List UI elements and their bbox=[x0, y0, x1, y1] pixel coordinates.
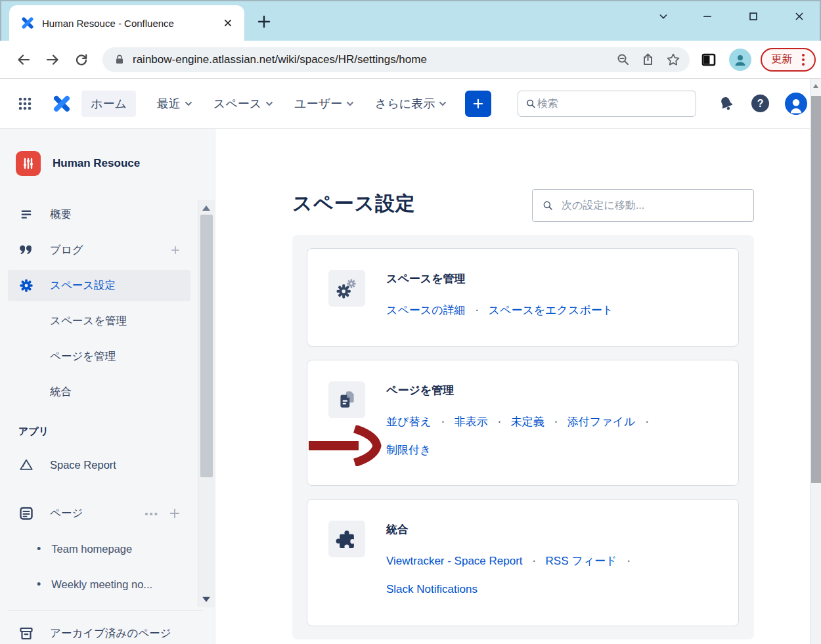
settings-link[interactable]: 並び替え bbox=[386, 416, 432, 428]
nav-item-people[interactable]: ユーザー bbox=[294, 96, 354, 112]
link-separator: ・ bbox=[642, 416, 652, 427]
link-separator: ・ bbox=[438, 416, 448, 427]
bullet-icon: • bbox=[37, 578, 41, 591]
reload-icon[interactable] bbox=[71, 49, 92, 70]
forward-icon[interactable] bbox=[42, 49, 63, 70]
close-window-icon[interactable] bbox=[790, 7, 809, 26]
search-icon bbox=[525, 97, 537, 110]
page-tree-item[interactable]: • Weekly meeting no... bbox=[37, 569, 188, 600]
add-page-icon[interactable] bbox=[168, 507, 181, 520]
share-icon[interactable] bbox=[638, 50, 658, 70]
app-switcher-icon[interactable] bbox=[17, 96, 33, 112]
url-bar[interactable]: rainbow-engine.atlassian.net/wiki/spaces… bbox=[102, 47, 690, 72]
settings-link[interactable]: 非表示 bbox=[455, 416, 488, 428]
sidebar-item-space-settings[interactable]: スペース設定 bbox=[8, 270, 190, 301]
global-search[interactable] bbox=[518, 91, 696, 117]
chrome-update-button[interactable]: 更新 bbox=[761, 48, 816, 72]
confluence-top-nav: ホーム 最近 スペース ユーザー さらに表示 ? bbox=[0, 79, 810, 129]
sidebar-scrollbar-thumb[interactable] bbox=[200, 215, 213, 477]
tab-close-icon[interactable] bbox=[219, 14, 236, 32]
overview-icon bbox=[18, 207, 34, 222]
link-separator: ・ bbox=[472, 305, 482, 316]
scroll-up-icon[interactable] bbox=[813, 84, 818, 88]
settings-link[interactable]: 制限付き bbox=[386, 444, 431, 456]
page-title: スペース設定 bbox=[292, 190, 416, 217]
settings-link[interactable]: RSS フィード bbox=[546, 555, 617, 567]
zoom-out-icon[interactable] bbox=[613, 50, 633, 70]
link-separator: ・ bbox=[529, 555, 539, 567]
space-avatar-icon bbox=[16, 151, 41, 176]
scroll-down-icon[interactable] bbox=[202, 597, 210, 602]
page-tree-item[interactable]: • Team homepage bbox=[37, 533, 188, 565]
mountain-icon bbox=[18, 458, 34, 472]
browser-profile-avatar[interactable] bbox=[729, 49, 751, 71]
settings-link[interactable]: Viewtracker - Space Report bbox=[386, 555, 523, 567]
link-separator: ・ bbox=[495, 416, 504, 427]
scroll-up-icon[interactable] bbox=[202, 205, 210, 211]
card-title: スペースを管理 bbox=[386, 271, 613, 286]
global-search-input[interactable] bbox=[537, 98, 689, 110]
blog-quote-icon bbox=[18, 243, 34, 257]
profile-avatar[interactable] bbox=[785, 93, 807, 115]
browser-toolbar: rainbow-engine.atlassian.net/wiki/spaces… bbox=[0, 41, 821, 79]
card-links: 並び替え・非表示・未定義・添付ファイル・制限付き bbox=[386, 415, 658, 457]
browser-menu-icon[interactable] bbox=[796, 53, 810, 67]
bookmark-star-icon[interactable] bbox=[663, 50, 683, 70]
create-button[interactable] bbox=[465, 91, 491, 117]
confluence-logo-icon bbox=[21, 16, 34, 30]
pages-more-icon[interactable]: ••• bbox=[144, 508, 159, 519]
settings-panel: スペースを管理 スペースの詳細・スペースをエクスポート ページを管理 bbox=[292, 235, 754, 639]
new-tab-icon[interactable] bbox=[255, 12, 273, 31]
add-blog-icon[interactable] bbox=[169, 244, 181, 256]
archive-box-icon bbox=[18, 626, 34, 641]
chevron-down-icon bbox=[346, 101, 354, 106]
settings-link[interactable]: Slack Notifications bbox=[386, 583, 477, 595]
sidebar-item-blog[interactable]: ブログ bbox=[8, 234, 190, 266]
nav-item-spaces[interactable]: スペース bbox=[213, 96, 273, 112]
settings-link[interactable]: 添付ファイル bbox=[567, 416, 636, 428]
nav-links: ホーム 最近 スペース ユーザー さらに表示 bbox=[81, 91, 447, 117]
sidebar-item-overview[interactable]: 概要 bbox=[8, 199, 190, 230]
link-separator: ・ bbox=[551, 416, 561, 427]
browser-window: Human Resouce - Confluence bbox=[0, 0, 821, 644]
settings-card-manage-space: スペースを管理 スペースの詳細・スペースをエクスポート bbox=[307, 248, 739, 347]
url-text: rainbow-engine.atlassian.net/wiki/spaces… bbox=[133, 53, 608, 66]
browser-tab[interactable]: Human Resouce - Confluence bbox=[9, 5, 244, 41]
tab-search-chevron-icon[interactable] bbox=[654, 7, 673, 26]
puzzle-icon bbox=[328, 521, 365, 557]
sidebar-section-pages[interactable]: ページ ••• bbox=[8, 498, 190, 529]
confluence-logo-icon[interactable] bbox=[53, 95, 71, 113]
settings-card-integrations: 統合 Viewtracker - Space Report・RSS フィード・S… bbox=[307, 499, 739, 626]
nav-item-recent[interactable]: 最近 bbox=[157, 96, 192, 112]
settings-link[interactable]: 未定義 bbox=[511, 416, 544, 428]
settings-link[interactable]: スペースの詳細 bbox=[386, 304, 466, 316]
back-icon[interactable] bbox=[13, 49, 34, 70]
page-scrollbar[interactable] bbox=[810, 79, 821, 644]
page-scrollbar-thumb[interactable] bbox=[811, 96, 821, 483]
settings-search[interactable] bbox=[532, 189, 754, 222]
space-sidebar: Human Resouce 概要 ブログ スペース設定 スペースを管理 ページを bbox=[0, 129, 215, 644]
settings-link[interactable]: スペースをエクスポート bbox=[489, 304, 614, 316]
pages-doc-icon bbox=[18, 505, 34, 521]
sidebar-item-archived-pages[interactable]: アーカイブ済みのページ bbox=[8, 618, 190, 644]
help-icon[interactable]: ? bbox=[751, 95, 769, 112]
plus-icon bbox=[472, 97, 485, 110]
sidebar-item-manage-space[interactable]: スペースを管理 bbox=[8, 305, 190, 337]
sidebar-scrollbar[interactable] bbox=[198, 200, 215, 607]
maximize-icon[interactable] bbox=[744, 7, 763, 26]
minimize-icon[interactable] bbox=[698, 7, 717, 26]
side-panel-icon[interactable] bbox=[699, 50, 719, 70]
sidebar-item-integrations[interactable]: 統合 bbox=[8, 376, 190, 408]
settings-card-manage-pages: ページを管理 並び替え・非表示・未定義・添付ファイル・制限付き bbox=[307, 360, 739, 486]
nav-item-home[interactable]: ホーム bbox=[81, 91, 136, 117]
sidebar-item-space-report[interactable]: Space Report bbox=[8, 449, 190, 481]
settings-search-input[interactable] bbox=[562, 200, 744, 211]
nav-item-more[interactable]: さらに表示 bbox=[375, 96, 447, 112]
lock-icon bbox=[113, 53, 126, 66]
sidebar-item-manage-pages[interactable]: ページを管理 bbox=[8, 341, 190, 372]
chrome-update-label: 更新 bbox=[771, 53, 792, 66]
pages-icon bbox=[328, 381, 365, 418]
notifications-bell-icon[interactable] bbox=[717, 95, 736, 113]
space-header[interactable]: Human Resouce bbox=[16, 151, 140, 176]
card-title: ページを管理 bbox=[386, 383, 658, 398]
